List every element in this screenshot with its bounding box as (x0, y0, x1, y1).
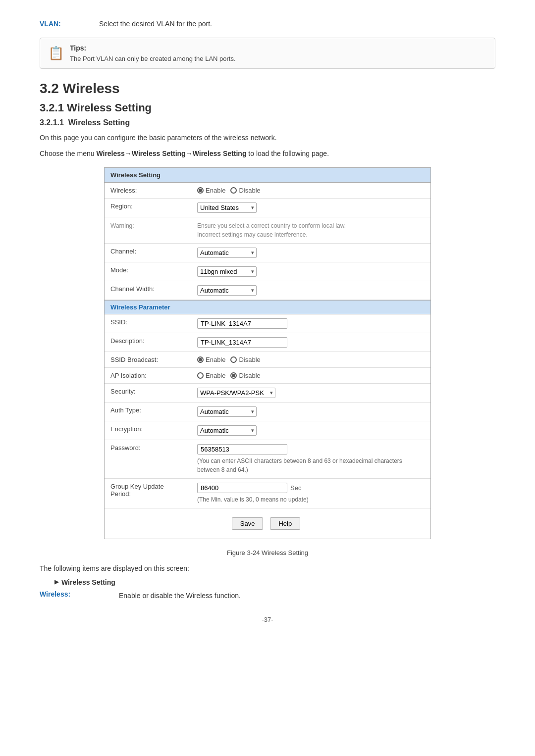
wireless-desc-label: Wireless: (40, 590, 119, 601)
wireless-setting-table: Wireless Setting Wireless: Enable Disabl… (104, 167, 431, 539)
vlan-description: Select the desired VLAN for the port. (99, 20, 212, 28)
channel-width-select-wrapper[interactable]: Automatic (197, 285, 257, 296)
vlan-label: VLAN: (40, 20, 99, 28)
ssid-broadcast-row-value: Enable Disable (191, 352, 430, 367)
warning-row: Warning: Ensure you select a correct cou… (105, 217, 430, 244)
tips-title: Tips: (70, 44, 86, 52)
wireless-row: Wireless: Enable Disable (105, 183, 430, 199)
group-key-row: Group Key Update Period: Sec (The Min. v… (105, 479, 430, 508)
vlan-section: VLAN: Select the desired VLAN for the po… (40, 20, 495, 28)
section-3-2-1-heading: 3.2.1 Wireless Setting (40, 101, 495, 114)
encryption-row-value: Automatic (191, 421, 430, 440)
auth-type-select-wrapper[interactable]: Automatic (197, 406, 257, 417)
description-row-label: Description: (105, 333, 191, 352)
encryption-row-label: Encryption: (105, 421, 191, 440)
intro-text: On this page you can configure the basic… (40, 132, 495, 143)
channel-row-value: Automatic (191, 244, 430, 262)
ssid-row-label: SSID: (105, 314, 191, 333)
channel-select-wrapper[interactable]: Automatic (197, 248, 257, 258)
ssid-broadcast-row-label: SSID Broadcast: (105, 352, 191, 367)
section-3-2-1-1-heading: 3.2.1.1 Wireless Setting (40, 118, 495, 127)
password-row-label: Password: (105, 440, 191, 478)
wireless-radio-group: Enable Disable (197, 187, 425, 194)
auth-type-select[interactable]: Automatic (197, 406, 257, 417)
security-row-value: WPA-PSK/WPA2-PSK (191, 384, 430, 402)
tips-box: 📋 Tips: The Port VLAN can only be create… (40, 38, 495, 69)
encryption-select[interactable]: Automatic (197, 425, 257, 436)
auth-type-row: Auth Type: Automatic (105, 403, 430, 421)
region-row: Region: United States (105, 199, 430, 217)
ap-isolation-radio-group: Enable Disable (197, 372, 425, 379)
encryption-select-wrapper[interactable]: Automatic (197, 425, 257, 436)
ap-isolation-disable-radio[interactable]: Disable (230, 372, 260, 379)
mode-select[interactable]: 11bgn mixed (197, 266, 257, 277)
ssid-broadcast-enable-circle (197, 356, 204, 363)
wireless-disable-circle (230, 187, 237, 194)
page-number: -37- (40, 616, 495, 623)
ssid-broadcast-row: SSID Broadcast: Enable Disable (105, 352, 430, 368)
help-button[interactable]: Help (270, 517, 300, 530)
region-row-label: Region: (105, 199, 191, 217)
channel-row-label: Channel: (105, 244, 191, 262)
save-button[interactable]: Save (232, 517, 264, 530)
ssid-broadcast-disable-circle (230, 356, 237, 363)
channel-width-row-label: Channel Width: (105, 281, 191, 300)
region-select[interactable]: United States (197, 202, 257, 213)
following-items-text: The following items are displayed on thi… (40, 564, 495, 572)
table-header: Wireless Setting (105, 168, 430, 183)
mode-row-value: 11bgn mixed (191, 262, 430, 281)
ap-isolation-row: AP Isolation: Enable Disable (105, 368, 430, 384)
ap-isolation-row-value: Enable Disable (191, 368, 430, 383)
group-key-row-value: Sec (The Min. value is 30, 0 means no up… (191, 479, 430, 508)
ssid-broadcast-enable-radio[interactable]: Enable (197, 356, 225, 363)
buttons-row: Save Help (105, 508, 430, 539)
region-select-wrapper[interactable]: United States (197, 202, 257, 213)
auth-type-row-label: Auth Type: (105, 403, 191, 421)
ap-isolation-row-label: AP Isolation: (105, 368, 191, 383)
security-select-wrapper[interactable]: WPA-PSK/WPA2-PSK (197, 388, 275, 398)
wireless-desc-value: Enable or disable the Wireless function. (119, 590, 495, 601)
ssid-row-value (191, 314, 430, 333)
description-row-value (191, 333, 430, 352)
section-3-2-heading: 3.2 Wireless (40, 81, 495, 97)
group-key-unit: Sec (290, 484, 301, 492)
tips-body: The Port VLAN can only be created among … (70, 55, 236, 62)
wireless-row-label: Wireless: (105, 183, 191, 198)
ap-isolation-enable-radio[interactable]: Enable (197, 372, 225, 379)
menu-path-bold: Wireless→Wireless Setting→Wireless Setti… (96, 150, 246, 157)
description-input[interactable] (197, 337, 287, 348)
wireless-desc-row: Wireless: Enable or disable the Wireless… (40, 590, 495, 601)
wireless-enable-circle (197, 187, 204, 194)
group-key-input[interactable] (197, 483, 287, 493)
warning-row-value: Ensure you select a correct country to c… (191, 217, 430, 243)
password-hint: (You can enter ASCII characters between … (197, 456, 425, 474)
wireless-disable-radio[interactable]: Disable (230, 187, 260, 194)
menu-path: Choose the menu Wireless→Wireless Settin… (40, 148, 495, 159)
ssid-input[interactable] (197, 318, 287, 329)
channel-width-row-value: Automatic (191, 281, 430, 300)
encryption-row: Encryption: Automatic (105, 421, 430, 440)
buttons-container: Save Help (105, 513, 430, 534)
ssid-broadcast-disable-radio[interactable]: Disable (230, 356, 260, 363)
channel-select[interactable]: Automatic (197, 248, 257, 258)
wireless-enable-radio[interactable]: Enable (197, 187, 225, 194)
warning-row-label: Warning: (105, 217, 191, 243)
security-row: Security: WPA-PSK/WPA2-PSK (105, 384, 430, 403)
bullet-wireless-setting: Wireless Setting (54, 578, 495, 586)
channel-width-row: Channel Width: Automatic (105, 281, 430, 300)
channel-row: Channel: Automatic (105, 244, 430, 262)
ssid-broadcast-radio-group: Enable Disable (197, 356, 425, 363)
mode-select-wrapper[interactable]: 11bgn mixed (197, 266, 257, 277)
tips-icon: 📋 (48, 46, 64, 61)
password-input[interactable] (197, 444, 287, 454)
figure-caption: Figure 3-24 Wireless Setting (40, 549, 495, 556)
mode-row-label: Mode: (105, 262, 191, 281)
channel-width-select[interactable]: Automatic (197, 285, 257, 296)
security-select[interactable]: WPA-PSK/WPA2-PSK (197, 388, 275, 398)
password-row: Password: (You can enter ASCII character… (105, 440, 430, 479)
ssid-row: SSID: (105, 314, 430, 333)
group-key-hint: (The Min. value is 30, 0 means no update… (197, 495, 425, 504)
group-key-row-label: Group Key Update Period: (105, 479, 191, 508)
ap-isolation-disable-circle (230, 372, 237, 379)
mode-row: Mode: 11bgn mixed (105, 262, 430, 281)
